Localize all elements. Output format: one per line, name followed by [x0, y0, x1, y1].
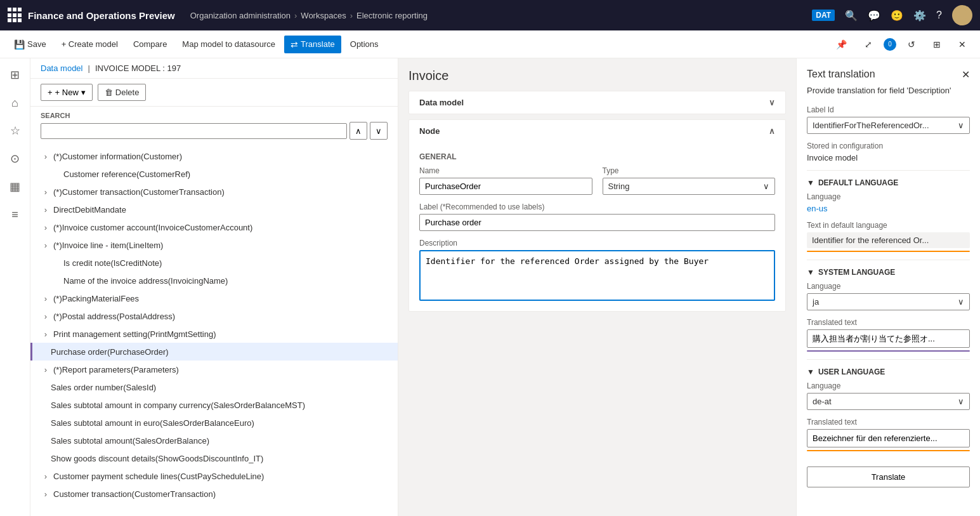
data-model-link[interactable]: Data model	[41, 63, 82, 73]
create-model-button[interactable]: + Create model	[55, 36, 124, 53]
name-input[interactable]	[419, 178, 592, 195]
search-nav-icon[interactable]: 🔍	[845, 10, 858, 22]
description-textarea[interactable]: Identifier for the referenced Order assi…	[419, 250, 775, 301]
compare-button[interactable]: Compare	[127, 36, 173, 53]
tree-expand-icon[interactable]: ›	[41, 204, 51, 215]
settings-icon[interactable]: ⚙️	[913, 10, 926, 22]
tree-item[interactable]: Sales subtotal amount(SalesOrderBalance)	[30, 432, 398, 449]
save-label: Save	[27, 39, 46, 49]
toolbar-expand-icon[interactable]: ⤢	[858, 36, 879, 53]
grid-icon[interactable]: ▦	[4, 175, 27, 198]
toolbar-pin-icon[interactable]: 📌	[830, 36, 853, 53]
breadcrumb-er[interactable]: Electronic reporting	[356, 11, 428, 20]
create-model-label: + Create model	[62, 39, 118, 49]
user-translated-input[interactable]	[807, 429, 970, 447]
search-row: ∧ ∨	[41, 122, 388, 140]
label-field-input[interactable]	[419, 214, 775, 231]
tree-expand-icon[interactable]: ›	[41, 489, 51, 499]
tree-item[interactable]: Name of the invoice address(InvoicingNam…	[30, 272, 398, 289]
tree-item-text: Customer reference(CustomerRef)	[63, 169, 190, 179]
general-section-title: GENERAL	[419, 152, 775, 161]
node-chevron-icon: ∧	[769, 126, 775, 136]
tree-item[interactable]: Sales subtotal amount in euro(SalesOrder…	[30, 414, 398, 432]
user-lang-section: Language de-at ∨	[807, 381, 970, 410]
tree-item[interactable]: ›(*)Postal address(PostalAddress)	[30, 307, 398, 325]
default-lang-title: DEFAULT LANGUAGE	[818, 178, 898, 187]
user-translated-underline	[807, 450, 970, 451]
right-panel: Text translation ✕ Provide translation f…	[796, 58, 980, 516]
system-lang-collapse-icon[interactable]: ▼	[807, 268, 814, 277]
tree-expand-icon[interactable]: ›	[41, 471, 51, 481]
right-panel-close-button[interactable]: ✕	[962, 69, 970, 81]
tree-item[interactable]: ›(*)PackingMaterialFees	[30, 289, 398, 307]
search-input[interactable]	[41, 123, 347, 139]
label-id-section: Label Id IdentifierForTheReferencedOr...…	[807, 105, 970, 134]
smiley-icon[interactable]: 🙂	[891, 10, 903, 22]
breadcrumb-org[interactable]: Organization administration	[190, 11, 291, 20]
options-button[interactable]: Options	[344, 36, 385, 53]
tree-item-text: Name of the invoice address(InvoicingNam…	[63, 276, 228, 286]
node-card-header[interactable]: Node ∧	[409, 120, 785, 142]
tree-item[interactable]: Customer reference(CustomerRef)	[30, 165, 398, 183]
help-icon[interactable]: ?	[936, 10, 942, 21]
tree-item[interactable]: Is credit note(IsCreditNote)	[30, 254, 398, 272]
tree-expand-icon[interactable]: ›	[41, 293, 51, 303]
node-card-body: GENERAL Name Type String ∨ L	[409, 142, 785, 311]
user-avatar[interactable]	[952, 5, 972, 25]
tree-item[interactable]: ›Print management setting(PrintMgmtSetti…	[30, 325, 398, 343]
tree-expand-icon[interactable]: ›	[41, 240, 51, 250]
tree-expand-icon[interactable]: ›	[41, 329, 51, 339]
home-icon[interactable]: ⌂	[4, 91, 27, 114]
tree-item[interactable]: ›DirectDebitMandate	[30, 201, 398, 218]
toolbar-close-icon[interactable]: ✕	[952, 36, 972, 53]
type-select[interactable]: String ∨	[603, 178, 776, 195]
tree-item[interactable]: ›(*)Invoice line - item(LineItem)	[30, 236, 398, 254]
tree-item[interactable]: Sales subtotal amount in company currenc…	[30, 396, 398, 414]
stored-in-label: Stored in configuration	[807, 142, 970, 150]
new-button[interactable]: + + New ▾	[41, 84, 93, 101]
tree-item[interactable]: ›Customer payment schedule lines(CustPay…	[30, 467, 398, 485]
tree-item[interactable]: ›(*)Invoice customer account(InvoiceCust…	[30, 218, 398, 236]
tree-item-text: Customer payment schedule lines(CustPayS…	[53, 472, 264, 481]
translate-button[interactable]: ⇄ Translate	[284, 36, 341, 53]
default-lang-link[interactable]: en-us	[807, 204, 828, 213]
text-default-section: Text in default language Identifier for …	[807, 221, 970, 252]
tree-item[interactable]: Sales order number(SalesId)	[30, 378, 398, 396]
search-down-button[interactable]: ∨	[370, 122, 388, 140]
breadcrumb-workspaces[interactable]: Workspaces	[301, 11, 346, 20]
tree-expand-icon[interactable]: ›	[41, 151, 51, 161]
data-model-card-header[interactable]: Data model ∨	[409, 91, 785, 114]
tree-item[interactable]: ›Customer transaction(CustomerTransactio…	[30, 485, 398, 503]
tree-item-text: Purchase order(PurchaseOrder)	[51, 347, 169, 357]
star-icon[interactable]: ☆	[4, 119, 27, 142]
system-lang-dropdown[interactable]: ja ∨	[807, 293, 970, 310]
map-model-button[interactable]: Map model to datasource	[176, 36, 282, 53]
tree-expand-icon[interactable]: ›	[41, 222, 51, 232]
tree-expand-icon[interactable]: ›	[41, 364, 51, 374]
delete-button[interactable]: 🗑 Delete	[98, 84, 147, 101]
tree-item[interactable]: Show goods discount details(ShowGoodsDis…	[30, 449, 398, 467]
label-id-dropdown[interactable]: IdentifierForTheReferencedOr... ∨	[807, 117, 970, 134]
tree-item[interactable]: Purchase order(PurchaseOrder)	[30, 343, 398, 361]
tree-expand-icon[interactable]: ›	[41, 187, 51, 197]
chat-icon[interactable]: 💬	[868, 10, 880, 22]
translate-action-button[interactable]: Translate	[807, 466, 970, 487]
save-button[interactable]: 💾 Save	[8, 36, 53, 53]
user-lang-collapse-icon[interactable]: ▼	[807, 367, 814, 376]
user-lang-dropdown[interactable]: de-at ∨	[807, 393, 970, 410]
toolbar-refresh-icon[interactable]: ↺	[901, 36, 922, 53]
filter-icon[interactable]: ⊞	[4, 63, 27, 86]
clock-icon[interactable]: ⊙	[4, 147, 27, 170]
toolbar-new-tab-icon[interactable]: ⊞	[927, 36, 947, 53]
tree-item[interactable]: ›(*)Customer information(Customer)	[30, 147, 398, 165]
tree-expand-icon[interactable]: ›	[41, 311, 51, 321]
tree-item[interactable]: ›(*)Report parameters(Parameters)	[30, 361, 398, 378]
search-up-button[interactable]: ∧	[350, 122, 367, 140]
notification-badge[interactable]: 0	[884, 38, 896, 51]
tree-item[interactable]: ›(*)Customer transaction(CustomerTransac…	[30, 183, 398, 201]
system-translated-input[interactable]	[807, 329, 970, 348]
breadcrumb-sep: |	[88, 63, 89, 73]
default-lang-collapse-icon[interactable]: ▼	[807, 178, 814, 187]
app-grid-icon[interactable]	[8, 8, 23, 23]
list-icon[interactable]: ≡	[4, 203, 27, 226]
